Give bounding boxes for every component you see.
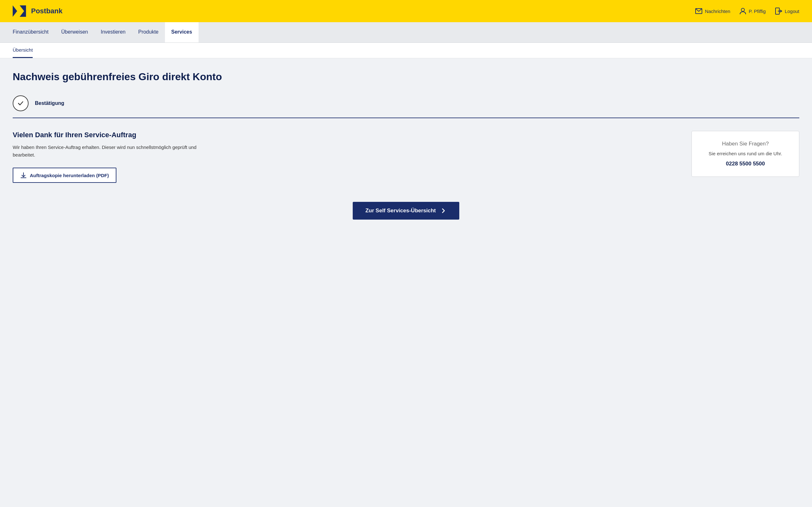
info-card-phone: 0228 5500 5500 (701, 161, 790, 167)
logout-label: Logout (785, 9, 799, 14)
messages-icon (695, 8, 702, 14)
step-label: Bestätigung (35, 101, 64, 106)
cta-area: Zur Self Services-Übersicht (13, 202, 799, 220)
logout-icon (775, 8, 782, 14)
content-grid: Vielen Dank für Ihren Service-Auftrag Wi… (13, 131, 799, 183)
info-card-text: Sie erreichen uns rund um die Uhr. (701, 151, 790, 156)
messages-nav-item[interactable]: Nachrichten (695, 8, 730, 14)
divider (13, 118, 799, 118)
step-circle-confirmation (13, 95, 29, 111)
content-left: Vielen Dank für Ihren Service-Auftrag Wi… (13, 131, 679, 183)
info-card: Haben Sie Fragen? Sie erreichen uns rund… (692, 131, 799, 177)
logo[interactable]: Postbank (13, 5, 62, 17)
step-row: Bestätigung (13, 95, 799, 111)
user-icon (740, 8, 746, 14)
download-pdf-button[interactable]: Auftragskopie herunterladen (PDF) (13, 168, 116, 183)
tab-services[interactable]: Services (165, 22, 199, 43)
tab-finanzuebersicht[interactable]: Finanzübersicht (13, 22, 55, 43)
header-nav: Nachrichten P. Pfiffig Logout (695, 8, 799, 14)
download-icon (20, 172, 27, 178)
postbank-logo-icon (13, 5, 28, 17)
messages-label: Nachrichten (705, 9, 730, 14)
breadcrumb-area: Übersicht (0, 43, 812, 58)
cta-button-label: Zur Self Services-Übersicht (365, 208, 436, 214)
logo-text: Postbank (31, 7, 62, 15)
chevron-right-icon (440, 208, 447, 214)
confirmation-title: Vielen Dank für Ihren Service-Auftrag (13, 131, 679, 139)
tab-ueberweisen[interactable]: Überweisen (55, 22, 94, 43)
svg-point-5 (741, 8, 745, 11)
download-pdf-label: Auftragskopie herunterladen (PDF) (30, 173, 109, 178)
header: Postbank Nachrichten P. Pfiffig Logout (0, 0, 812, 22)
tab-produkte[interactable]: Produkte (132, 22, 165, 43)
logout-nav-item[interactable]: Logout (775, 8, 799, 14)
user-label: P. Pfiffig (749, 9, 766, 14)
top-nav: Finanzübersicht Überweisen Investieren P… (0, 22, 812, 43)
info-card-title: Haben Sie Fragen? (701, 141, 790, 147)
cta-button[interactable]: Zur Self Services-Übersicht (353, 202, 459, 220)
user-nav-item[interactable]: P. Pfiffig (740, 8, 766, 14)
main-content: Nachweis gebührenfreies Giro direkt Kont… (0, 58, 812, 502)
confirmation-text: Wir haben Ihren Service-Auftrag erhalten… (13, 144, 679, 159)
breadcrumb[interactable]: Übersicht (13, 43, 33, 58)
checkmark-icon (17, 100, 24, 107)
tab-investieren[interactable]: Investieren (94, 22, 132, 43)
page-title: Nachweis gebührenfreies Giro direkt Kont… (13, 71, 799, 83)
